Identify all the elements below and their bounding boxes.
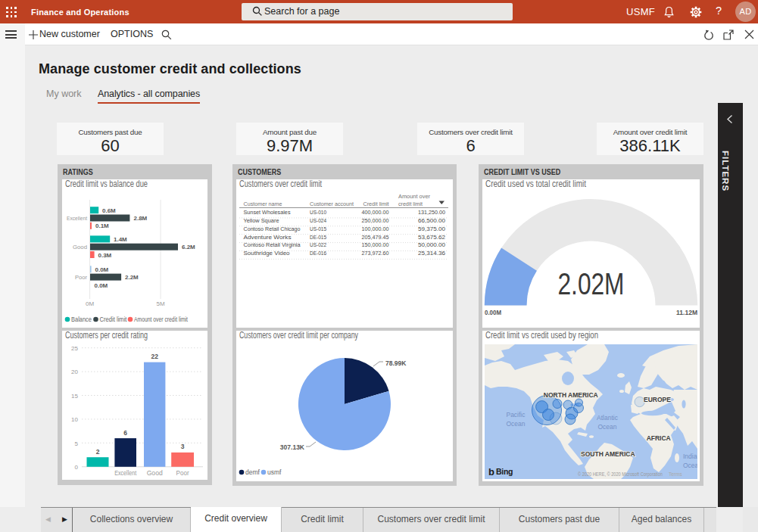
svg-text:11.12M: 11.12M — [676, 309, 697, 316]
svg-text:demf: demf — [245, 468, 260, 476]
svg-text:400,000.00: 400,000.00 — [362, 209, 389, 216]
svg-text:Good: Good — [147, 469, 163, 477]
svg-text:Customers over credit limit: Customers over credit limit — [239, 179, 323, 189]
svg-text:© 2020 HERE, © 2020 Microsoft: © 2020 HERE, © 2020 Microsoft Corporatio… — [578, 471, 663, 478]
svg-text:6.2M: 6.2M — [182, 244, 195, 250]
svg-text:Pacific: Pacific — [506, 411, 526, 418]
svg-text:AFRICA: AFRICA — [647, 434, 671, 442]
svg-text:Excellent: Excellent — [114, 469, 137, 477]
svg-text:0: 0 — [75, 464, 79, 471]
svg-text:Terms: Terms — [669, 471, 682, 477]
svg-text:2.8M: 2.8M — [134, 215, 148, 222]
svg-text:0.3M: 0.3M — [98, 252, 112, 259]
svg-text:b: b — [488, 466, 494, 478]
svg-text:Customer account: Customer account — [310, 201, 354, 207]
svg-text:Customers over credit limit pe: Customers over credit limit per company — [239, 331, 358, 341]
svg-text:131,250.00: 131,250.00 — [418, 209, 445, 216]
svg-text:2.02M: 2.02M — [558, 267, 625, 300]
svg-text:0M: 0M — [86, 300, 94, 307]
svg-text:Ocean: Ocean — [506, 420, 525, 428]
svg-text:0.0M: 0.0M — [95, 266, 109, 273]
svg-text:Customer name: Customer name — [244, 201, 282, 207]
svg-text:Indian: Indian — [683, 453, 700, 460]
svg-text:25: 25 — [71, 345, 78, 352]
svg-text:3: 3 — [181, 443, 185, 450]
svg-text:6: 6 — [123, 429, 127, 437]
svg-text:US-010: US-010 — [310, 209, 326, 216]
svg-text:Credit used vs total credit li: Credit used vs total credit limit — [485, 179, 587, 189]
svg-text:0.00M: 0.00M — [485, 309, 501, 316]
svg-text:Ocean: Ocean — [597, 423, 616, 431]
svg-text:1.4M: 1.4M — [114, 236, 127, 243]
svg-text:20: 20 — [71, 369, 78, 375]
svg-text:Credit limit vs credit used by: Credit limit vs credit used by region — [485, 331, 598, 341]
svg-text:2.2M: 2.2M — [125, 274, 139, 281]
svg-text:307.13K: 307.13K — [280, 443, 305, 451]
svg-text:5: 5 — [75, 440, 79, 447]
svg-text:Credit limit vs balance due: Credit limit vs balance due — [65, 179, 148, 189]
svg-text:Customers per credit rating: Customers per credit rating — [65, 331, 148, 341]
svg-text:SOUTH AMERICA: SOUTH AMERICA — [581, 450, 635, 458]
svg-text:10: 10 — [71, 416, 78, 423]
svg-text:Excellent: Excellent — [67, 215, 88, 222]
svg-text:Atlantic: Atlantic — [597, 414, 619, 422]
svg-text:Poor: Poor — [75, 274, 87, 281]
svg-text:credit limit: credit limit — [398, 201, 423, 207]
svg-text:Credit limit: Credit limit — [363, 201, 390, 207]
svg-text:22: 22 — [151, 353, 158, 360]
svg-text:Ocean: Ocean — [683, 462, 700, 469]
svg-text:Amount over: Amount over — [398, 193, 430, 200]
svg-text:5M: 5M — [156, 300, 164, 307]
svg-text:2: 2 — [96, 448, 100, 456]
svg-text:15: 15 — [71, 393, 78, 400]
svg-text:Sunset Wholesales: Sunset Wholesales — [244, 209, 291, 216]
svg-text:EUROPE: EUROPE — [644, 396, 671, 403]
svg-text:Credit limit: Credit limit — [100, 316, 128, 323]
svg-text:78.99K: 78.99K — [385, 359, 407, 367]
svg-text:0.1M: 0.1M — [95, 222, 109, 229]
svg-text:0.0M: 0.0M — [95, 282, 108, 289]
svg-text:Amount over credit limit: Amount over credit limit — [134, 316, 189, 323]
svg-text:Bing: Bing — [496, 467, 513, 476]
svg-text:Balance: Balance — [71, 316, 92, 323]
svg-text:0.6M: 0.6M — [102, 207, 116, 214]
svg-text:Good: Good — [73, 244, 87, 250]
svg-text:usmf: usmf — [267, 468, 282, 476]
svg-text:Poor: Poor — [176, 469, 189, 477]
svg-text:NORTH AMERICA: NORTH AMERICA — [544, 391, 598, 399]
